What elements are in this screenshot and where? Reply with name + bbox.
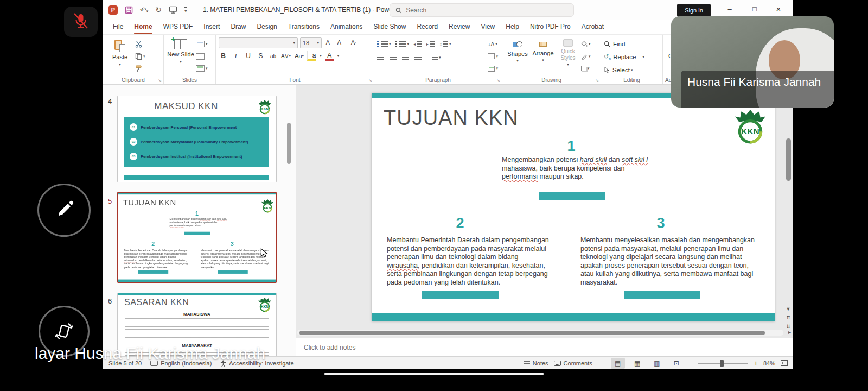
shape-fill-button[interactable]: ▾ [581, 39, 591, 49]
shape-outline-button[interactable]: ▾ [581, 52, 591, 61]
participant-video-tile[interactable]: Husna Fii Karisma Jannah [671, 16, 834, 108]
zoom-out-button[interactable]: − [689, 359, 693, 367]
increase-font-button[interactable]: Aˆ [324, 38, 333, 48]
paragraph-dialog-launcher[interactable]: ↘ [496, 78, 500, 83]
tab-slide-show[interactable]: Slide Show [368, 20, 411, 34]
comments-toggle-button[interactable]: Comments [554, 360, 592, 367]
align-left-button[interactable] [377, 55, 384, 60]
annotate-button[interactable] [37, 184, 91, 237]
align-right-button[interactable] [402, 55, 409, 60]
maximize-button[interactable]: □ [745, 0, 764, 17]
shapes-button[interactable]: Shapes ▾ [505, 37, 530, 75]
line-spacing-button[interactable]: ↕▾ [439, 39, 451, 49]
clipboard-dialog-launcher[interactable]: ↘ [158, 78, 162, 83]
fit-slide-to-window-button[interactable] [781, 360, 788, 366]
format-painter-button[interactable] [135, 64, 145, 73]
copy-button[interactable]: ▾ [135, 52, 145, 61]
quick-styles-button[interactable]: Quick Styles ▾ [556, 37, 580, 75]
tab-record[interactable]: Record [411, 20, 443, 34]
home-indicator-handle[interactable] [324, 373, 544, 375]
reset-slide-button[interactable] [196, 52, 208, 61]
new-slide-button[interactable]: New Slide ▾ [167, 37, 195, 75]
underline-button[interactable]: U [244, 51, 253, 61]
character-spacing-button[interactable]: AV▾ [281, 51, 291, 61]
point-1-text[interactable]: Mengembangkan potensi hard skill dan sof… [502, 156, 649, 181]
slide-4-thumbnail[interactable]: MAKSUD KKN KKN 01 Pemberdayaan Personal … [117, 96, 277, 182]
notes-pane[interactable]: Click to add notes [296, 338, 793, 356]
save-icon[interactable] [125, 6, 133, 14]
previous-slide-button[interactable]: ⇈ [784, 316, 792, 320]
tab-wps-pdf[interactable]: WPS PDF [158, 20, 199, 34]
arrange-button[interactable]: Arrange ▾ [530, 37, 556, 75]
italic-button[interactable]: I [231, 51, 240, 61]
drawing-dialog-launcher[interactable]: ↘ [595, 78, 599, 83]
microphone-muted-button[interactable] [64, 7, 98, 37]
zoom-slider[interactable] [698, 363, 748, 364]
shape-effects-button[interactable]: ▾ [581, 64, 591, 73]
font-color-button[interactable]: A [325, 51, 334, 61]
redo-button[interactable]: ↻ [155, 6, 162, 14]
vertical-scrollbar[interactable] [786, 138, 791, 181]
justify-button[interactable] [414, 55, 422, 60]
tab-help[interactable]: Help [500, 20, 525, 34]
align-text-button[interactable]: ▾ [488, 52, 498, 61]
tab-draw[interactable]: Draw [225, 20, 251, 34]
font-dialog-launcher[interactable]: ↘ [368, 78, 372, 83]
start-presentation-icon[interactable] [169, 6, 177, 14]
zoom-level[interactable]: 84% [763, 360, 775, 367]
slide-5-thumbnail-selected[interactable]: TUJUAN KKN KKN 1 Mengembangkan potensi h… [117, 192, 277, 283]
font-color-dropdown[interactable]: ▾ [337, 54, 340, 58]
slide-layout-button[interactable]: ▾ [196, 39, 208, 49]
tab-nitro-pdf-pro[interactable]: Nitro PDF Pro [525, 20, 576, 34]
tab-home[interactable]: Home [129, 20, 157, 34]
tab-animations[interactable]: Animations [325, 20, 368, 34]
section-button[interactable]: ▾ [196, 64, 208, 73]
convert-smartart-button[interactable]: ▾ [488, 64, 498, 73]
font-name-combobox[interactable]: ▾ [219, 37, 298, 48]
text-shadow-button[interactable]: ab [269, 51, 278, 61]
tab-review[interactable]: Review [443, 20, 475, 34]
horizontal-scrollbar[interactable] [299, 331, 765, 335]
tab-insert[interactable]: Insert [198, 20, 225, 34]
replace-button[interactable]: ↺b Replace ▾ [604, 52, 660, 62]
clear-formatting-button[interactable]: A⁄ [347, 38, 356, 48]
minimize-button[interactable]: – [720, 0, 739, 17]
tab-view[interactable]: View [475, 20, 500, 34]
text-direction-button[interactable]: ↓A▾ [488, 39, 498, 49]
font-size-combobox[interactable]: 18▾ [300, 37, 322, 48]
highlight-color-button[interactable]: a [307, 51, 316, 61]
slide-sorter-view-button[interactable]: ▦ [630, 358, 644, 369]
slideshow-view-button[interactable]: ⊡ [669, 358, 684, 369]
point-2-text[interactable]: Membantu Pemerintah Daerah dalam pengemb… [387, 236, 552, 287]
strikethrough-button[interactable]: S [256, 51, 265, 61]
change-case-button[interactable]: Aa▾ [295, 51, 304, 61]
reading-view-button[interactable]: ▥ [650, 358, 664, 369]
align-center-button[interactable] [390, 55, 397, 60]
next-slide-button[interactable]: ⇊ [784, 324, 792, 329]
increase-indent-button[interactable]: ▸ [426, 39, 435, 49]
scroll-down-arrow[interactable]: ▼ [784, 307, 792, 312]
undo-button[interactable]: ↶▾ [140, 6, 148, 14]
scroll-right-arrow[interactable]: ▸ [788, 329, 791, 335]
normal-view-button[interactable]: ▤ [611, 358, 625, 369]
horizontal-scrollbar-track[interactable] [297, 330, 783, 336]
zoom-in-button[interactable]: + [754, 359, 758, 367]
paste-button[interactable]: Paste ▾ [106, 37, 134, 75]
bullets-button[interactable]: ▾ [377, 39, 391, 49]
decrease-font-button[interactable]: Aˇ [335, 38, 344, 48]
columns-button[interactable]: ▾ [427, 53, 441, 62]
tab-design[interactable]: Design [251, 20, 282, 34]
thumbnail-scrollbar[interactable] [287, 123, 291, 164]
tab-file[interactable]: File [107, 20, 129, 34]
toolbar-options-icon[interactable]: ▾ [184, 7, 187, 14]
bold-button[interactable]: B [219, 51, 228, 61]
search-input[interactable] [406, 7, 568, 14]
close-button[interactable]: × [769, 0, 788, 17]
point-3-text[interactable]: Membantu menyelesaikan masalah dan menge… [580, 236, 756, 287]
search-box[interactable] [390, 3, 574, 17]
zoom-slider-thumb[interactable] [720, 360, 724, 367]
tab-acrobat[interactable]: Acrobat [576, 20, 609, 34]
slide-title[interactable]: TUJUAN KKN [384, 106, 519, 130]
select-button[interactable]: Select ▾ [604, 65, 660, 75]
highlight-color-dropdown[interactable]: ▾ [320, 54, 322, 58]
